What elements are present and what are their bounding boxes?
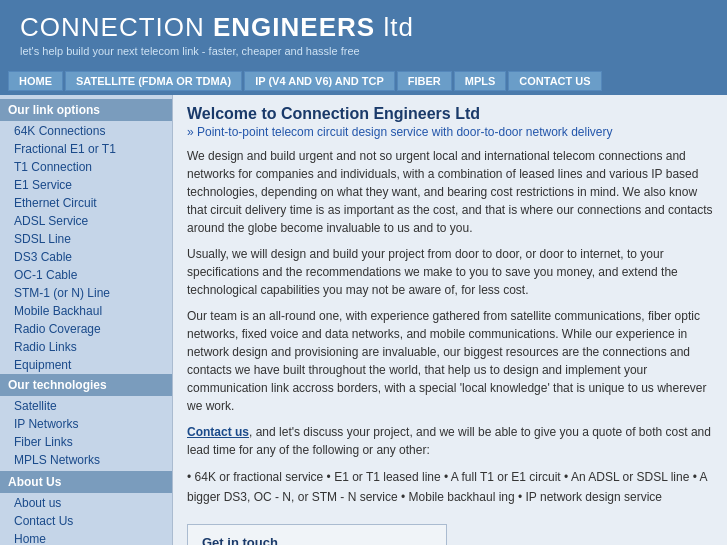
sidebar-item-home[interactable]: Home — [0, 530, 172, 545]
sidebar: Our link options 64K Connections Fractio… — [0, 95, 172, 545]
content-para4-rest: , and let's discuss your project, and we… — [187, 425, 711, 457]
sidebar-item-ds3[interactable]: DS3 Cable — [0, 248, 172, 266]
logo-text-engineers: ENGINEERS — [213, 12, 375, 42]
sidebar-item-fractional-e1[interactable]: Fractional E1 or T1 — [0, 140, 172, 158]
logo-text-ltd: ltd — [375, 12, 414, 42]
sidebar-item-adsl[interactable]: ADSL Service — [0, 212, 172, 230]
header: CONNECTION ENGINEERS ltd let's help buil… — [0, 0, 727, 67]
nav-bar: HOME SATELLITE (FDMA OR TDMA) IP (V4 AND… — [0, 67, 727, 95]
sidebar-item-mpls-networks[interactable]: MPLS Networks — [0, 451, 172, 469]
nav-mpls[interactable]: MPLS — [454, 71, 507, 91]
sidebar-item-fiber-links[interactable]: Fiber Links — [0, 433, 172, 451]
sidebar-item-radio-links[interactable]: Radio Links — [0, 338, 172, 356]
sidebar-item-mobile-backhaul[interactable]: Mobile Backhaul — [0, 302, 172, 320]
nav-ip[interactable]: IP (V4 AND V6) AND TCP — [244, 71, 395, 91]
sidebar-item-radio-coverage[interactable]: Radio Coverage — [0, 320, 172, 338]
sidebar-item-ethernet[interactable]: Ethernet Circuit — [0, 194, 172, 212]
content-para3: Our team is an all-round one, with exper… — [187, 307, 713, 415]
sidebar-item-oc1[interactable]: OC-1 Cable — [0, 266, 172, 284]
page-subtitle: » Point-to-point telecom circuit design … — [187, 125, 713, 139]
sidebar-item-about-us[interactable]: About us — [0, 494, 172, 512]
tagline: let's help build your next telecom link … — [20, 45, 707, 57]
sidebar-item-sdsl[interactable]: SDSL Line — [0, 230, 172, 248]
main-content: Welcome to Connection Engineers Ltd » Po… — [172, 95, 727, 545]
sidebar-item-contact-us[interactable]: Contact Us — [0, 512, 172, 530]
main-layout: Our link options 64K Connections Fractio… — [0, 95, 727, 545]
logo: CONNECTION ENGINEERS ltd — [20, 12, 707, 43]
get-in-touch-form: Get in touch your name phone # email whe… — [187, 524, 447, 545]
sidebar-item-satellite[interactable]: Satellite — [0, 397, 172, 415]
nav-contact[interactable]: CONTACT US — [508, 71, 601, 91]
sidebar-item-t1[interactable]: T1 Connection — [0, 158, 172, 176]
sidebar-item-equipment[interactable]: Equipment — [0, 356, 172, 374]
form-title: Get in touch — [202, 535, 432, 545]
sidebar-item-ip-networks[interactable]: IP Networks — [0, 415, 172, 433]
sidebar-item-stm1[interactable]: STM-1 (or N) Line — [0, 284, 172, 302]
nav-fiber[interactable]: FIBER — [397, 71, 452, 91]
sidebar-item-e1[interactable]: E1 Service — [0, 176, 172, 194]
content-para4: Contact us, and let's discuss your proje… — [187, 423, 713, 459]
nav-satellite[interactable]: SATELLITE (FDMA OR TDMA) — [65, 71, 242, 91]
sidebar-technologies-header: Our technologies — [0, 374, 172, 396]
services-bullets: • 64K or fractional service • E1 or T1 l… — [187, 467, 713, 508]
nav-home[interactable]: HOME — [8, 71, 63, 91]
content-para2: Usually, we will design and build your p… — [187, 245, 713, 299]
logo-text-connection: CONNECTION — [20, 12, 213, 42]
sidebar-about-header: About Us — [0, 471, 172, 493]
content-para1: We design and build urgent and not so ur… — [187, 147, 713, 237]
sidebar-item-64k[interactable]: 64K Connections — [0, 122, 172, 140]
contact-us-link[interactable]: Contact us — [187, 425, 249, 439]
page-title: Welcome to Connection Engineers Ltd — [187, 105, 713, 123]
sidebar-link-options-header: Our link options — [0, 99, 172, 121]
